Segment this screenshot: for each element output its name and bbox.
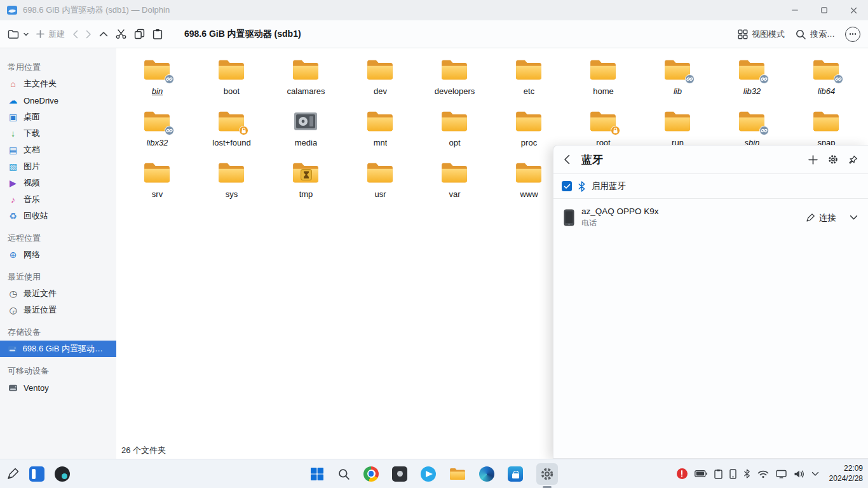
folder-item-var[interactable]: var	[419, 161, 491, 213]
folder-item-libx32[interactable]: libx32	[122, 110, 193, 161]
connect-button[interactable]: 连接	[819, 212, 836, 224]
bluetooth-tray-icon[interactable]	[743, 469, 750, 478]
notification-alert-icon[interactable]	[677, 468, 688, 479]
store-icon[interactable]	[508, 466, 523, 482]
sidebar-item-label: 图片	[24, 161, 40, 172]
folder-item-boot[interactable]: boot	[196, 58, 268, 110]
folder-item-usr[interactable]: usr	[345, 161, 416, 213]
device-tray-icon[interactable]	[729, 469, 736, 479]
wifi-icon[interactable]	[757, 470, 769, 478]
symlink-emblem-icon	[759, 74, 769, 84]
folder-item-srv[interactable]: srv	[122, 161, 193, 213]
taskbar-search-button[interactable]	[337, 468, 350, 480]
bluetooth-device-row[interactable]: az_QAQ OPPO K9x 电话 连接	[553, 199, 868, 236]
folder-icon	[515, 161, 544, 185]
new-window-split-button[interactable]	[8, 29, 29, 39]
copy-button[interactable]	[134, 29, 145, 39]
sidebar-item-downloads[interactable]: ↓下载	[0, 125, 116, 142]
plus-icon	[36, 30, 44, 38]
folder-item-developers[interactable]: developers	[419, 58, 491, 110]
sidebar-item-pictures[interactable]: ▧图片	[0, 158, 116, 175]
enable-bluetooth-row[interactable]: 启用蓝牙	[553, 174, 868, 198]
volume-icon[interactable]	[794, 470, 804, 478]
device-type: 电话	[581, 218, 659, 229]
cut-button[interactable]	[116, 29, 126, 39]
folder-label: proc	[521, 138, 537, 147]
folder-item-opt[interactable]: opt	[419, 110, 491, 161]
bluetooth-panel-header: 蓝牙	[553, 146, 868, 173]
window-title: 698.6 GiB 内置驱动器 (sdb1) — Dolphin	[23, 4, 170, 16]
folder-item-bin[interactable]: bin	[122, 58, 193, 110]
sidebar-item-recent-locations[interactable]: ◶最近位置	[0, 302, 116, 318]
clipboard-tray-icon[interactable]	[714, 469, 722, 479]
pen-tool-icon[interactable]	[6, 468, 19, 480]
folder-item-tmp[interactable]: tmp	[271, 161, 342, 213]
sidebar-item-music[interactable]: ♪音乐	[0, 191, 116, 208]
folder-item-home[interactable]: home	[568, 58, 639, 110]
folder-item-media[interactable]: media	[271, 110, 342, 161]
folder-item-dev[interactable]: dev	[345, 58, 416, 110]
documents-icon: ▤	[8, 146, 18, 154]
sidebar-item-desktop[interactable]: ▣桌面	[0, 109, 116, 125]
maximize-button[interactable]	[810, 0, 839, 20]
settings-app-active[interactable]	[536, 463, 558, 485]
battery-icon[interactable]	[695, 470, 707, 477]
lock-emblem-icon	[239, 126, 248, 135]
folder-item-etc[interactable]: etc	[494, 58, 565, 110]
folder-item-lost+found[interactable]: lost+found	[196, 110, 268, 161]
folder-item-calamares[interactable]: calamares	[271, 58, 342, 110]
folder-label: mnt	[374, 138, 388, 147]
sidebar-item-onedrive[interactable]: ☁OneDrive	[0, 92, 116, 109]
tray-chevron-icon[interactable]	[811, 471, 819, 477]
edge-icon[interactable]	[479, 466, 494, 482]
chevron-down-icon[interactable]	[850, 215, 858, 220]
sidebar-section-header: 存储设备	[0, 322, 116, 341]
sidebar-item-home[interactable]: ⌂主文件夹	[0, 76, 116, 92]
folder-icon	[366, 110, 395, 133]
chrome-icon[interactable]	[363, 466, 379, 482]
hourglass-emblem-icon	[301, 169, 312, 180]
clock-time: 22:09	[829, 464, 863, 474]
pictures-icon: ▧	[8, 162, 18, 171]
back-icon[interactable]	[564, 154, 570, 165]
taskbar-clock[interactable]: 22:09 2024/2/28	[829, 464, 863, 484]
file-explorer-icon[interactable]	[449, 467, 466, 481]
folder-icon	[738, 110, 767, 133]
up-button[interactable]	[99, 31, 108, 37]
enable-bluetooth-label: 启用蓝牙	[592, 180, 626, 192]
sidebar-item-videos[interactable]: ▶视频	[0, 175, 116, 191]
add-device-button[interactable]	[808, 155, 818, 165]
back-button[interactable]	[72, 30, 78, 39]
menu-overflow-button[interactable]	[845, 27, 860, 42]
display-icon[interactable]	[776, 470, 787, 478]
folder-item-lib[interactable]: lib	[642, 58, 714, 110]
start-button[interactable]	[310, 467, 324, 481]
paw-app-icon[interactable]	[55, 466, 70, 482]
folder-item-lib64[interactable]: lib64	[791, 58, 862, 110]
new-button[interactable]: 新建	[36, 29, 65, 40]
enable-bluetooth-checkbox[interactable]	[562, 181, 572, 191]
dark-app-icon[interactable]	[392, 466, 407, 482]
pin-button[interactable]	[848, 155, 858, 165]
folder-icon	[217, 58, 247, 82]
folder-item-sys[interactable]: sys	[196, 161, 268, 213]
view-mode-button[interactable]: 视图模式	[738, 29, 785, 40]
sidebar-item-recent-files[interactable]: ◷最近文件	[0, 285, 116, 302]
minimize-button[interactable]	[780, 0, 810, 20]
settings-button[interactable]	[828, 154, 838, 165]
folder-item-mnt[interactable]: mnt	[345, 110, 416, 161]
search-button[interactable]: 搜索…	[795, 29, 835, 40]
sidebar-item-ventoy[interactable]: Ventoy	[0, 379, 116, 396]
sidebar-item-documents[interactable]: ▤文档	[0, 142, 116, 158]
blue-app-icon[interactable]	[29, 466, 44, 482]
folder-item-lib32[interactable]: lib32	[717, 58, 788, 110]
sidebar-item-network[interactable]: ⊕网络	[0, 247, 116, 263]
paste-button[interactable]	[153, 29, 163, 39]
sidebar-item-trash[interactable]: ♻回收站	[0, 208, 116, 224]
close-button[interactable]	[839, 0, 868, 20]
sidebar-item-internal-drive[interactable]: 698.6 GiB 内置驱动器 (…	[0, 341, 116, 357]
forward-button[interactable]	[86, 30, 92, 39]
folder-icon	[515, 110, 544, 133]
chat-app-icon[interactable]	[421, 466, 436, 482]
folder-label: lost+found	[212, 138, 250, 147]
